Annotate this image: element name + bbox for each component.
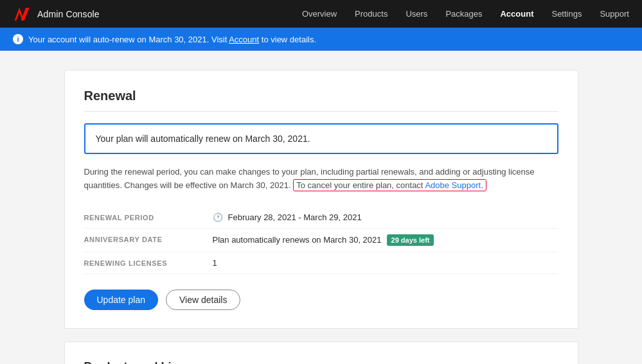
products-title: Products and Licenses [84, 360, 558, 364]
main-content: Renewal Your plan will automatically ren… [0, 51, 642, 364]
banner-account-link[interactable]: Account [229, 35, 259, 44]
anniversary-date-row: ANNIVERSARY DATE Plan automatically rene… [84, 229, 558, 252]
renewal-notice-text: Your plan will automatically renew on Ma… [96, 134, 310, 144]
adobe-support-link[interactable]: Adobe Support [425, 180, 481, 190]
nav-products[interactable]: Products [355, 9, 388, 19]
anniversary-date-value: Plan automatically renews on March 30, 2… [213, 234, 434, 246]
anniversary-date-label: ANNIVERSARY DATE [84, 234, 213, 243]
update-plan-button[interactable]: Update plan [84, 290, 159, 310]
renewal-details-table: RENEWAL PERIOD 🕐 February 28, 2021 - Mar… [84, 207, 558, 274]
renewal-period-value: 🕐 February 28, 2021 - March 29, 2021 [213, 212, 362, 222]
nav-overview[interactable]: Overview [302, 9, 337, 19]
renewal-description: During the renewal period, you can make … [84, 166, 558, 193]
nav-users[interactable]: Users [406, 9, 427, 19]
info-icon: i [13, 34, 23, 44]
view-details-button[interactable]: View details [166, 290, 240, 310]
renewal-title: Renewal [84, 89, 558, 112]
banner-text: Your account will auto-renew on March 30… [28, 35, 316, 44]
renewing-licenses-label: RENEWING LICENSES [84, 258, 213, 267]
renewing-licenses-value: 1 [213, 258, 217, 268]
renewal-section: Renewal Your plan will automatically ren… [64, 70, 578, 329]
nav-settings[interactable]: Settings [551, 9, 582, 19]
renewing-licenses-row: RENEWING LICENSES 1 [84, 252, 558, 274]
days-left-badge: 29 days left [387, 234, 434, 246]
top-navigation: Admin Console Overview Products Users Pa… [0, 0, 642, 28]
adobe-logo-icon [13, 8, 31, 21]
renewal-notice-box: Your plan will automatically renew on Ma… [84, 123, 558, 154]
renewal-actions: Update plan View details [84, 290, 558, 310]
cancel-highlight-box: To cancel your entire plan, contact Adob… [293, 179, 486, 191]
brand-area: Admin Console [13, 8, 100, 21]
clock-icon: 🕐 [213, 212, 223, 222]
admin-console-title: Admin Console [37, 9, 100, 19]
products-section: Products and Licenses A Acrobat Pro DC [64, 342, 578, 364]
auto-renew-banner: i Your account will auto-renew on March … [0, 28, 642, 51]
nav-account[interactable]: Account [500, 9, 533, 19]
renewal-period-row: RENEWAL PERIOD 🕐 February 28, 2021 - Mar… [84, 207, 558, 229]
nav-support[interactable]: Support [600, 9, 629, 19]
nav-links: Overview Products Users Packages Account… [302, 9, 629, 19]
renewal-period-label: RENEWAL PERIOD [84, 212, 213, 221]
nav-packages[interactable]: Packages [445, 9, 482, 19]
svg-marker-1 [21, 8, 29, 21]
